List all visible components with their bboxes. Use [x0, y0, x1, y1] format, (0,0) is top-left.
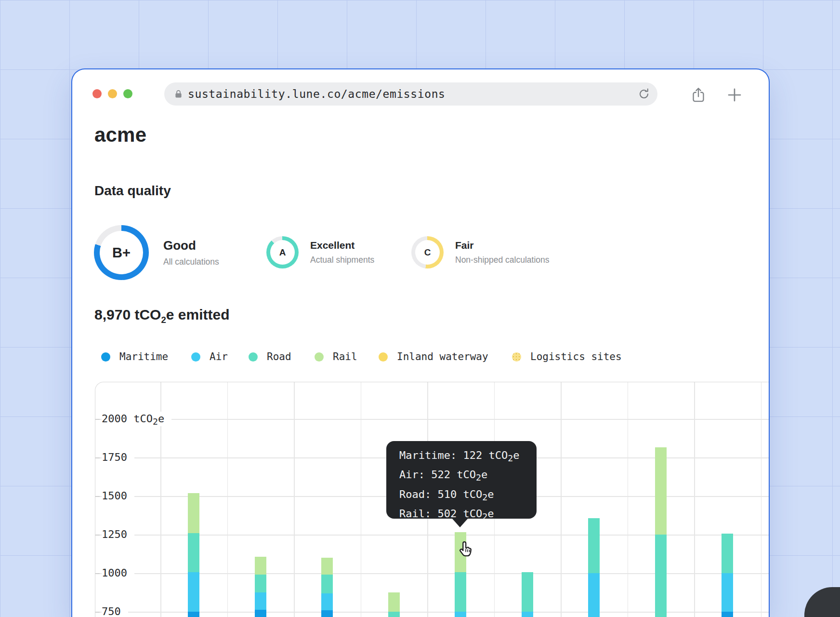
quality-badge-excellent: A Excellent Actual shipments [266, 236, 374, 268]
bar-segment-air [188, 572, 199, 612]
bar-segment-maritime [321, 610, 333, 617]
page-title: acme [94, 123, 146, 147]
gridline-vertical [227, 382, 228, 617]
lock-icon [174, 90, 183, 98]
y-axis-label: 1750 [102, 450, 134, 465]
bar-segment-road [321, 575, 333, 593]
tooltip-line: Maritime: 122 tCO2e [399, 447, 537, 467]
quality-badge-fair: C Fair Non-shipped calculations [411, 236, 550, 268]
y-axis-label: 1500 [102, 489, 134, 503]
quality-sublabel: All calculations [163, 257, 219, 267]
legend-label: Road [267, 351, 291, 362]
legend-label: Rail [333, 351, 357, 362]
gridline-vertical [294, 382, 295, 617]
legend-label: Maritime [119, 351, 168, 362]
y-axis-label: 1000 [102, 566, 134, 580]
chart-bar-2[interactable] [255, 557, 266, 617]
bar-segment-rail [255, 557, 266, 575]
quality-grade: A [266, 236, 299, 268]
bar-segment-maritime [188, 612, 199, 617]
desktop-background: sustainability.lune.co/acme/emissions ac… [0, 0, 840, 617]
quality-label: Good [163, 238, 219, 253]
plus-icon[interactable] [726, 87, 743, 103]
legend-item-rail[interactable]: Rail [315, 351, 357, 362]
y-axis-tick [95, 612, 100, 613]
chart-bar-3[interactable] [321, 558, 333, 617]
quality-ring-a: A [266, 236, 299, 268]
chart-bar-6[interactable] [522, 572, 533, 617]
bar-segment-rail [321, 558, 333, 575]
legend-color-dot [191, 352, 200, 362]
bar-segment-road [655, 535, 667, 617]
bar-segment-road [722, 534, 733, 573]
quality-ring-c: C [411, 236, 444, 268]
legend-item-inland-waterway[interactable]: Inland waterway [379, 351, 488, 362]
bar-segment-rail [188, 493, 199, 533]
y-axis-tick [95, 419, 100, 420]
quality-grade: C [411, 236, 444, 268]
legend-item-maritime[interactable]: Maritime [101, 351, 168, 362]
bar-segment-road [522, 572, 533, 612]
tooltip-line: Air: 522 tCO2e [399, 467, 537, 486]
bar-segment-road [588, 518, 600, 573]
bar-segment-road [188, 533, 199, 573]
chart-bar-4[interactable] [388, 592, 400, 617]
chart-legend: MaritimeAirRoadRailInland waterwayLogist… [72, 351, 769, 364]
bar-segment-air [588, 573, 600, 617]
bar-segment-air [722, 573, 733, 612]
background-corner-card [804, 587, 840, 617]
tooltip-arrow [452, 518, 468, 527]
refresh-icon[interactable] [637, 87, 651, 101]
y-axis-label: 2000 tCO2e [102, 412, 171, 426]
window-close-button[interactable] [92, 89, 102, 98]
chart-bar-8[interactable] [655, 447, 667, 617]
legend-item-road[interactable]: Road [249, 351, 291, 362]
y-axis-tick [95, 573, 100, 574]
legend-color-dot [249, 352, 258, 362]
legend-color-dot [512, 352, 521, 362]
quality-label: Excellent [310, 240, 374, 251]
url-text: sustainability.lune.co/acme/emissions [188, 88, 446, 100]
legend-item-logistics-sites[interactable]: Logistics sites [512, 351, 622, 362]
gridline-vertical [761, 382, 762, 617]
section-title-data-quality: Data quality [94, 183, 171, 199]
legend-item-air[interactable]: Air [191, 351, 228, 362]
gridline-vertical [628, 382, 629, 617]
quality-badge-good: B+ Good All calculations [94, 225, 219, 280]
emissions-chart: Maritime: 122 tCO2eAir: 522 tCO2eRoad: 5… [95, 382, 769, 617]
bar-segment-road [255, 575, 266, 592]
bar-segment-maritime [255, 610, 266, 617]
tooltip-line: Road: 510 tCO2e [399, 486, 537, 506]
bar-segment-rail [388, 592, 400, 612]
chart-bar-1[interactable] [188, 493, 199, 617]
bar-segment-maritime [722, 612, 733, 617]
bar-segment-air [255, 592, 266, 610]
share-icon[interactable] [690, 87, 707, 103]
quality-grade: B+ [94, 225, 149, 280]
y-axis-label: 750 [102, 604, 128, 617]
chart-bar-9[interactable] [722, 534, 733, 617]
quality-ring-b-plus: B+ [94, 225, 149, 280]
y-axis-tick [95, 496, 100, 497]
quality-sublabel: Actual shipments [310, 255, 374, 265]
bar-segment-road [455, 572, 466, 612]
gridline-vertical [361, 382, 362, 617]
window-zoom-button[interactable] [123, 89, 132, 98]
gridline-horizontal [95, 419, 769, 420]
chart-tooltip: Maritime: 122 tCO2eAir: 522 tCO2eRoad: 5… [386, 441, 537, 519]
quality-sublabel: Non-shipped calculations [455, 255, 550, 265]
bar-segment-air [455, 612, 466, 617]
bar-segment-air [522, 612, 533, 617]
legend-label: Inland waterway [397, 351, 488, 362]
chart-bar-7[interactable] [588, 518, 600, 617]
legend-label: Air [210, 351, 228, 362]
gridline-vertical [694, 382, 695, 617]
quality-label: Fair [455, 240, 550, 251]
legend-color-dot [379, 352, 388, 362]
legend-color-dot [315, 352, 324, 362]
legend-label: Logistics sites [530, 351, 622, 362]
window-minimize-button[interactable] [108, 89, 117, 98]
url-bar[interactable]: sustainability.lune.co/acme/emissions [164, 82, 657, 106]
hand-cursor-icon [457, 540, 475, 560]
emissions-heading: 8,970 tCO2e emitted [94, 307, 229, 325]
